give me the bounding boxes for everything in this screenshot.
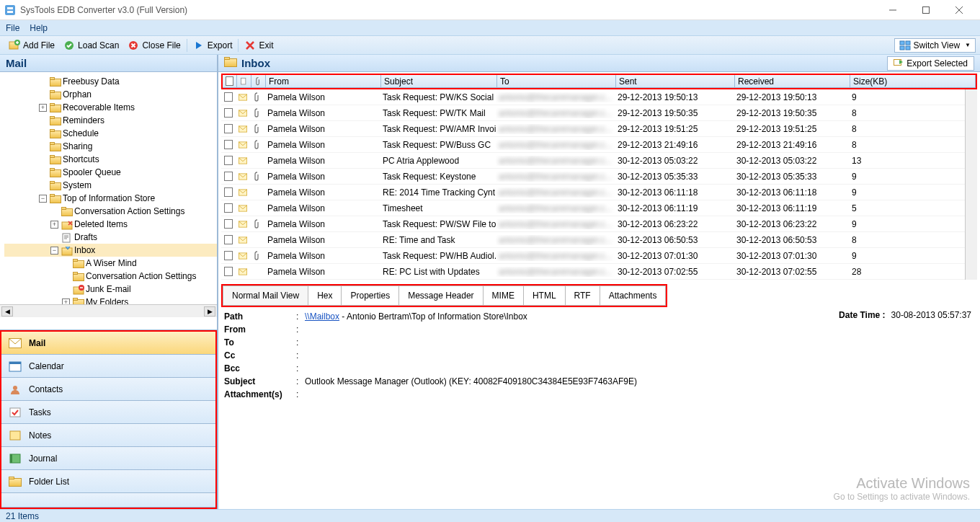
row-checkbox[interactable] <box>221 251 236 260</box>
message-row[interactable]: Pamela WilsonTimesheetantonio@thecareman… <box>221 200 965 216</box>
expand-icon[interactable]: − <box>39 195 47 203</box>
tab-properties[interactable]: Properties <box>342 286 399 306</box>
tab-hex[interactable]: Hex <box>308 286 342 306</box>
tab-mime[interactable]: MIME <box>484 286 524 306</box>
column-received[interactable]: Received <box>735 75 850 87</box>
tree-item[interactable]: +Recoverable Items <box>4 101 217 114</box>
tree-item[interactable]: Junk E-mail <box>4 283 217 296</box>
tree-item[interactable]: Drafts <box>4 231 217 244</box>
export-selected-button[interactable]: Export Selected <box>887 56 974 71</box>
message-row[interactable]: Pamela WilsonTask Request: PW/Buss GCant… <box>221 137 965 153</box>
tree-item[interactable]: Spooler Queue <box>4 166 217 179</box>
cell-from: Pamela Wilson <box>264 251 380 261</box>
folder-tree[interactable]: Freebusy DataOrphan+Recoverable ItemsRem… <box>0 72 217 304</box>
close-file-button[interactable]: Close File <box>123 38 184 53</box>
expand-icon[interactable]: + <box>50 221 58 229</box>
load-scan-button[interactable]: Load Scan <box>59 38 123 53</box>
nav-mail[interactable]: Mail <box>1 332 215 355</box>
row-checkbox[interactable] <box>221 124 236 133</box>
row-checkbox[interactable] <box>221 172 236 181</box>
tree-item[interactable]: Schedule <box>4 127 217 140</box>
tree-item[interactable]: Conversation Action Settings <box>4 205 217 218</box>
export-button[interactable]: Export <box>189 38 237 53</box>
message-grid[interactable]: Pamela WilsonTask Request: PW/KS Social … <box>221 89 965 280</box>
tab-normal-mail-view[interactable]: Normal Mail View <box>223 286 308 306</box>
row-checkbox[interactable] <box>221 108 236 118</box>
tree-item[interactable]: Orphan <box>4 88 217 101</box>
row-checkbox[interactable] <box>221 187 236 197</box>
cell-size: 8 <box>849 235 965 245</box>
scroll-left-icon[interactable]: ◀ <box>1 306 13 317</box>
message-row[interactable]: Pamela WilsonTask Request: PW/SW File to… <box>221 216 965 232</box>
nav-notes[interactable]: Notes <box>1 424 215 447</box>
expand-icon[interactable]: − <box>50 247 58 255</box>
row-checkbox[interactable] <box>221 267 236 276</box>
column-from[interactable]: From <box>266 75 381 87</box>
tab-html[interactable]: HTML <box>524 286 566 306</box>
message-row[interactable]: Pamela WilsonTask Request: PW/HB Audiol.… <box>221 248 965 264</box>
cell-size: 8 <box>849 124 965 134</box>
message-row[interactable]: Pamela WilsonTask Request: PW/KS Social … <box>221 89 965 105</box>
column-checkbox[interactable] <box>223 75 237 87</box>
expand-icon[interactable]: + <box>39 104 47 112</box>
nav-tasks[interactable]: Tasks <box>1 401 215 424</box>
row-checkbox[interactable] <box>221 140 236 149</box>
tree-item[interactable]: −Inbox <box>4 244 217 257</box>
tree-item[interactable]: Conversation Action Settings <box>4 270 217 283</box>
exit-button[interactable]: Exit <box>240 38 277 53</box>
message-row[interactable]: Pamela WilsonPC Atria Applewoodantonio@t… <box>221 153 965 169</box>
column-sent[interactable]: Sent <box>616 75 735 87</box>
tree-item[interactable]: Freebusy Data <box>4 75 217 88</box>
message-row[interactable]: Pamela WilsonRE: PC List with Updatesant… <box>221 264 965 280</box>
row-checkbox[interactable] <box>221 219 236 229</box>
switch-view-button[interactable]: Switch View ▼ <box>894 38 976 53</box>
nav-folderlist[interactable]: Folder List <box>1 470 215 493</box>
column-flag-icon[interactable] <box>237 75 251 87</box>
tree-item[interactable]: +My Folders <box>4 296 217 304</box>
cell-received: 29-12-2013 19:50:13 <box>734 92 849 102</box>
cell-sent: 29-12-2013 19:51:25 <box>615 124 734 134</box>
nav-contacts[interactable]: Contacts <box>1 378 215 401</box>
app-icon <box>4 4 16 16</box>
message-row[interactable]: Pamela WilsonTask Request: Keystoneanton… <box>221 169 965 185</box>
tree-item[interactable]: System <box>4 179 217 192</box>
row-checkbox[interactable] <box>221 235 236 244</box>
column-size[interactable]: Size(KB) <box>850 75 976 87</box>
message-row[interactable]: Pamela WilsonTask Request: PW/TK Mailant… <box>221 105 965 121</box>
menu-help[interactable]: Help <box>30 23 48 33</box>
message-row[interactable]: Pamela WilsonRE: 2014 Time Tracking Cynt… <box>221 185 965 200</box>
tree-hscrollbar[interactable]: ◀ ▶ <box>0 304 217 317</box>
path-link[interactable]: \\Mailbox <box>305 311 339 322</box>
maximize-button[interactable] <box>909 0 943 20</box>
tab-message-header[interactable]: Message Header <box>399 286 483 306</box>
tab-attachments[interactable]: Attachments <box>600 286 667 306</box>
minimize-button[interactable] <box>876 0 909 20</box>
svg-rect-57 <box>225 58 230 60</box>
nav-journal[interactable]: Journal <box>1 447 215 470</box>
column-attachment-icon[interactable] <box>251 75 266 87</box>
tree-item[interactable]: Reminders <box>4 114 217 127</box>
column-subject[interactable]: Subject <box>381 75 497 87</box>
row-checkbox[interactable] <box>221 203 236 213</box>
row-checkbox[interactable] <box>221 156 236 165</box>
message-row[interactable]: Pamela WilsonRE: Time and Taskantonio@th… <box>221 232 965 248</box>
tree-item[interactable]: Shortcuts <box>4 153 217 166</box>
row-checkbox[interactable] <box>221 92 236 102</box>
tab-rtf[interactable]: RTF <box>566 286 600 306</box>
column-to[interactable]: To <box>497 75 616 87</box>
tree-item-label: System <box>63 180 92 190</box>
nav-calendar[interactable]: Calendar <box>1 355 215 378</box>
menu-file[interactable]: File <box>6 23 19 33</box>
tree-item-label: Reminders <box>63 115 104 125</box>
grid-vscrollbar[interactable] <box>965 89 977 280</box>
add-file-button[interactable]: Add File <box>4 38 59 53</box>
tree-item[interactable]: A Wiser Mind <box>4 257 217 270</box>
svg-rect-22 <box>50 129 55 131</box>
tree-item[interactable]: +Deleted Items <box>4 218 217 231</box>
close-button[interactable] <box>943 0 976 20</box>
message-row[interactable]: Pamela WilsonTask Request: PW/AMR Invoi.… <box>221 121 965 137</box>
expand-icon[interactable]: + <box>62 298 70 305</box>
scroll-right-icon[interactable]: ▶ <box>204 306 215 317</box>
tree-item[interactable]: −Top of Information Store <box>4 192 217 205</box>
tree-item[interactable]: Sharing <box>4 140 217 153</box>
